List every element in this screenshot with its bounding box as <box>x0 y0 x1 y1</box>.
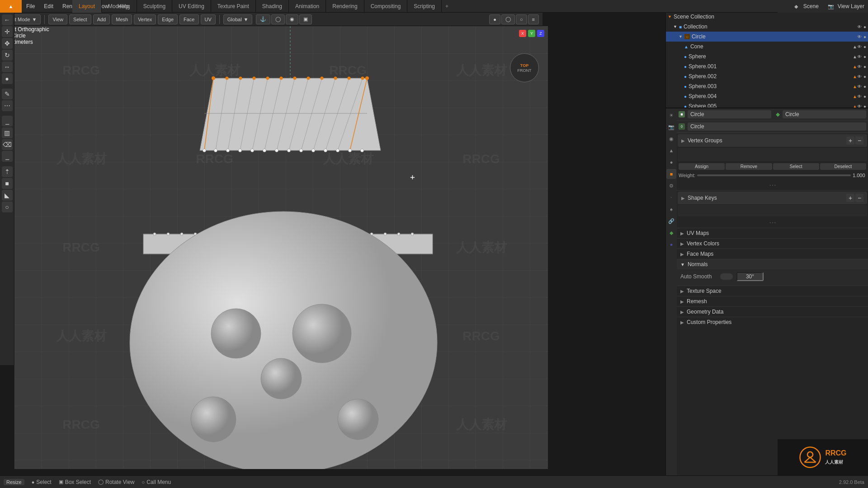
outliner-circle[interactable]: ▼ ○ Circle 👁 ● <box>666 32 868 42</box>
prop-tab-world[interactable]: ● <box>666 157 676 167</box>
remesh-toggle[interactable]: ▶ Remesh <box>677 296 868 306</box>
bisect-tool[interactable]: ⎯ <box>2 151 13 162</box>
circle-eye[interactable]: 👁 <box>857 34 862 39</box>
sk-expand-handle[interactable]: ⋯ <box>677 217 868 228</box>
view-options[interactable]: ≡ <box>528 14 539 24</box>
sphere-render[interactable]: ● <box>863 54 866 59</box>
cursor-tool[interactable]: ✛ <box>2 26 13 37</box>
face-maps-toggle[interactable]: ▶ Face Maps <box>677 249 868 259</box>
rotate-tool[interactable]: ↻ <box>2 50 13 61</box>
tab-shading[interactable]: Shading <box>256 0 289 13</box>
tab-rendering[interactable]: Rendering <box>326 0 364 13</box>
sphere005-eye[interactable]: 👁 <box>857 104 862 109</box>
menu-file[interactable]: File <box>22 0 39 12</box>
shape-keys-header[interactable]: ▶ Shape Keys + − <box>678 192 867 204</box>
extrude-tool[interactable]: ⇡ <box>2 166 13 177</box>
measure-tool[interactable]: ⋯ <box>2 100 13 111</box>
vg-add-btn[interactable]: + <box>846 136 854 145</box>
cone-eye[interactable]: 👁 <box>857 44 862 49</box>
tab-scripting[interactable]: Scripting <box>407 0 442 13</box>
prop-tab-output[interactable]: 📷 <box>666 122 676 132</box>
outliner-cone[interactable]: ▲ Cone ▲ 👁 ● <box>666 42 868 52</box>
prop-tab-material[interactable]: ● <box>666 239 676 249</box>
uv-maps-toggle[interactable]: ▶ UV Maps <box>677 228 868 238</box>
tab-animation[interactable]: Animation <box>289 0 326 13</box>
transform-tool[interactable]: ● <box>2 73 13 84</box>
sphere004-render[interactable]: ● <box>863 94 866 99</box>
inset-tool[interactable]: ■ <box>2 178 13 189</box>
view-header-button[interactable]: View <box>48 14 67 24</box>
add-header-button[interactable]: Add <box>93 14 110 24</box>
tab-modeling[interactable]: Modeling <box>102 0 137 13</box>
tab-layout[interactable]: Layout <box>72 0 102 13</box>
prop-tab-particles[interactable]: ⋅ <box>666 192 676 202</box>
active-object-name-input[interactable] <box>688 110 771 118</box>
face-header-button[interactable]: Face <box>179 14 198 24</box>
vg-remove-assign-btn[interactable]: Remove <box>726 163 772 170</box>
prop-tab-physics[interactable]: ♠ <box>666 204 676 214</box>
sphere001-eye[interactable]: 👁 <box>857 64 862 69</box>
shading-solid[interactable]: ● <box>489 14 500 24</box>
geometry-data-toggle[interactable]: ▶ Geometry Data <box>677 306 868 317</box>
sphere003-render[interactable]: ● <box>863 84 866 89</box>
outliner-collection[interactable]: ▼ ■ Collection 👁 ● <box>666 22 868 32</box>
vg-deselect-btn[interactable]: Deselect <box>820 163 866 170</box>
sphere005-render[interactable]: ● <box>863 104 866 109</box>
proportional-edit[interactable]: ◯ <box>271 14 285 24</box>
mesh-header-button[interactable]: Mesh <box>112 14 132 24</box>
select-tool[interactable]: ← <box>2 14 13 25</box>
custom-properties-toggle[interactable]: ▶ Custom Properties <box>677 317 868 327</box>
edge-header-button[interactable]: Edge <box>158 14 178 24</box>
offset-tool[interactable]: ▥ <box>2 127 13 138</box>
sk-add-btn[interactable]: + <box>846 194 854 202</box>
navigation-gizmo[interactable]: TOP FRONT <box>510 53 539 82</box>
sphere002-eye[interactable]: 👁 <box>857 74 862 79</box>
collection-eye[interactable]: 👁 <box>857 24 862 29</box>
weight-slider[interactable] <box>697 174 851 176</box>
scale-tool[interactable]: ↔ <box>2 61 13 72</box>
vertex-groups-header[interactable]: ▶ Vertex Groups + − <box>678 134 867 147</box>
outliner-sphere-002[interactable]: ● Sphere.002 ▲ 👁 ● <box>666 71 868 81</box>
vg-select-btn[interactable]: Select <box>773 163 819 170</box>
outliner-sphere-003[interactable]: ● Sphere.003 ▲ 👁 ● <box>666 81 868 91</box>
sphere-eye[interactable]: 👁 <box>857 54 862 59</box>
move-tool[interactable]: ✥ <box>2 38 13 49</box>
knife-tool[interactable]: ⌫ <box>2 139 13 150</box>
sphere004-eye[interactable]: 👁 <box>857 94 862 99</box>
overlay-toggle[interactable]: ◉ <box>286 14 298 24</box>
outliner-sphere[interactable]: ● Sphere ▲ 👁 ● <box>666 52 868 61</box>
tab-uv-editing[interactable]: UV Editing <box>172 0 211 13</box>
main-viewport[interactable]: RRCG人人素材RRCG人人素材 人人素材RRCG人人素材RRCG RRCG人人… <box>14 26 548 469</box>
circle-render[interactable]: ● <box>863 34 866 39</box>
prop-tab-modifier[interactable]: ⚙ <box>666 181 676 191</box>
vertex-colors-toggle[interactable]: ▶ Vertex Colors <box>677 238 868 249</box>
add-workspace-button[interactable]: + <box>442 3 452 9</box>
prop-tab-object-data[interactable]: ◆ <box>666 228 676 238</box>
normals-toggle[interactable]: ▼ Normals <box>677 259 868 269</box>
cone-render[interactable]: ● <box>863 44 866 49</box>
vg-assign-btn[interactable]: Assign <box>679 163 725 170</box>
outliner-sphere-001[interactable]: ● Sphere.001 ▲ 👁 ● <box>666 61 868 71</box>
prop-tab-scene[interactable]: ▲ <box>666 145 676 155</box>
tab-texture-paint[interactable]: Texture Paint <box>211 0 256 13</box>
sphere001-render[interactable]: ● <box>863 64 866 69</box>
gizmo-z[interactable]: Z <box>537 30 544 37</box>
transform-dropdown[interactable]: Global ▼ <box>223 14 253 24</box>
bevel-tool[interactable]: ◣ <box>2 190 13 201</box>
prop-tab-view-layer[interactable]: ◉ <box>666 134 676 144</box>
auto-smooth-toggle[interactable] <box>720 273 733 280</box>
prop-tab-render[interactable]: ☀ <box>666 110 676 120</box>
tab-sculpting[interactable]: Sculpting <box>137 0 172 13</box>
menu-edit[interactable]: Edit <box>39 0 58 12</box>
sphere002-render[interactable]: ● <box>863 74 866 79</box>
collection-render[interactable]: ● <box>863 24 866 29</box>
outliner-sphere-004[interactable]: ● Sphere.004 ▲ 👁 ● <box>666 91 868 101</box>
outliner-scene-collection[interactable]: ▼ Scene Collection <box>666 12 868 22</box>
auto-smooth-angle-input[interactable] <box>736 272 764 281</box>
uv-header-button[interactable]: UV <box>201 14 216 24</box>
gizmo-x[interactable]: X <box>519 30 526 37</box>
shading-material[interactable]: ◯ <box>501 14 515 24</box>
vertex-header-button[interactable]: Vertex <box>134 14 156 24</box>
prop-tab-constraints[interactable]: 🔗 <box>666 216 676 226</box>
loop-cut-tool[interactable]: ⎯ <box>2 116 13 127</box>
